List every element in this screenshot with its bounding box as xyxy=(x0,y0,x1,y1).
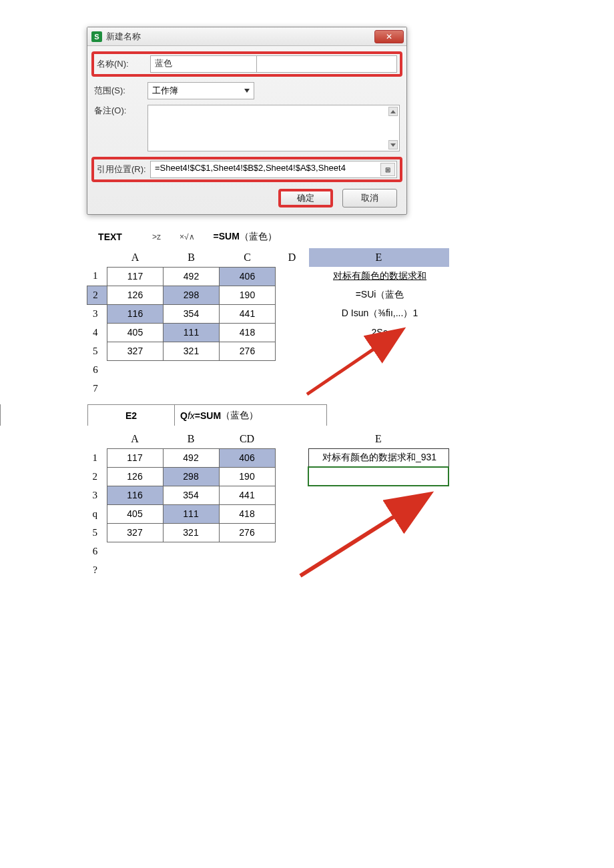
colhead-E[interactable]: E xyxy=(309,248,449,267)
name-input[interactable]: 蓝色 xyxy=(150,55,257,73)
cell2-A4[interactable]: 405 xyxy=(107,504,163,523)
cancel-button[interactable]: 取消 xyxy=(342,189,397,207)
cell2-A2[interactable]: 126 xyxy=(107,467,163,486)
cell2-A1[interactable]: 117 xyxy=(107,448,163,467)
cell2-C1[interactable]: 406 xyxy=(219,448,275,467)
cell-E2[interactable]: =SUi（蓝色 xyxy=(309,286,449,304)
cell-A2[interactable]: 126 xyxy=(107,286,164,304)
name-box[interactable]: TEXT xyxy=(87,232,133,242)
name-row-highlight: 名称(N): 蓝色 xyxy=(91,51,402,77)
row-4[interactable]: 4 xyxy=(87,323,107,342)
colhead2-B[interactable]: B xyxy=(163,430,219,448)
name-input-ext[interactable] xyxy=(256,55,397,73)
colhead2-CD[interactable]: CD xyxy=(219,430,275,448)
cell-B5[interactable]: 321 xyxy=(164,342,220,360)
row2-2[interactable]: 2 xyxy=(87,467,107,486)
chevron-down-icon xyxy=(244,89,250,93)
cell-D4[interactable] xyxy=(276,323,309,342)
cell2-B4[interactable]: 111 xyxy=(163,504,219,523)
cell-C3[interactable]: 441 xyxy=(220,304,276,323)
refersto-input[interactable]: =Sheet4!$C$1,Sheet4!$B$2,Sheet4!$A$3,She… xyxy=(150,161,397,178)
formula-text-2[interactable]: Qfx=SUM（蓝色） xyxy=(175,405,326,426)
row2-7[interactable]: ? xyxy=(87,560,107,579)
scroll-down-button[interactable] xyxy=(388,140,398,149)
fx-ctrl-2[interactable]: ×√∧ xyxy=(180,232,195,242)
ok-button[interactable]: 确定 xyxy=(278,189,333,207)
comment-label: 备注(O): xyxy=(94,105,147,117)
dialog-title: 新建名称 xyxy=(106,31,141,43)
row-7[interactable]: 7 xyxy=(87,379,107,398)
row-3[interactable]: 3 xyxy=(87,304,107,323)
cell2-C4[interactable]: 418 xyxy=(219,504,275,523)
colhead-C[interactable]: C xyxy=(220,248,276,267)
row-5[interactable]: 5 xyxy=(87,342,107,360)
spreadsheet-2: A B CD E 1 117 492 406 对标有颜色的数据求和_931 2 … xyxy=(87,430,614,579)
cell-E3[interactable]: D Isun（⅜fiı,...）1 xyxy=(309,304,449,323)
scroll-up-button[interactable] xyxy=(388,107,398,116)
colhead-B[interactable]: B xyxy=(164,248,220,267)
row-1[interactable]: 1 xyxy=(87,267,107,286)
name-label: 名称(N): xyxy=(97,58,150,70)
cell-A4[interactable]: 405 xyxy=(107,323,164,342)
close-button[interactable]: ✕ xyxy=(374,30,404,43)
cell2-C3[interactable]: 441 xyxy=(219,486,275,504)
row2-3[interactable]: 3 xyxy=(87,486,107,504)
cell-A5[interactable]: 327 xyxy=(107,342,164,360)
app-icon: S xyxy=(91,31,102,42)
range-selector-icon[interactable]: ⊞ xyxy=(380,163,395,176)
comment-textarea[interactable] xyxy=(147,105,400,151)
cell2-B5[interactable]: 321 xyxy=(163,523,219,542)
cell2-C2[interactable]: 190 xyxy=(219,467,275,486)
cell-D3[interactable] xyxy=(276,304,309,323)
cell2-A5[interactable]: 327 xyxy=(107,523,163,542)
cell-B4[interactable]: 111 xyxy=(164,323,220,342)
row2-5[interactable]: 5 xyxy=(87,523,107,542)
scope-label: 范围(S): xyxy=(94,85,147,97)
scope-select[interactable]: 工作簿 xyxy=(147,82,254,99)
cell-B2[interactable]: 298 xyxy=(164,286,220,304)
new-name-dialog: S 新建名称 ✕ 名称(N): 蓝色 范围(S): 工作簿 备注(O): xyxy=(87,27,407,215)
fx-ctrl-1[interactable]: >z xyxy=(152,232,161,242)
cell-B1[interactable]: 492 xyxy=(164,267,220,286)
scope-value: 工作簿 xyxy=(152,85,178,97)
row-6[interactable]: 6 xyxy=(87,360,107,379)
colhead2-E[interactable]: E xyxy=(308,430,448,448)
formula-bar-2: E2 Qfx=SUM（蓝色） xyxy=(87,404,327,426)
cell2-E2-selected[interactable] xyxy=(308,467,448,486)
row-2[interactable]: 2 xyxy=(87,286,107,304)
cell2-B3[interactable]: 354 xyxy=(163,486,219,504)
cell-E4[interactable]: 2Sa xyxy=(309,323,449,342)
colhead2-A[interactable]: A xyxy=(107,430,163,448)
cell-A1[interactable]: 117 xyxy=(107,267,164,286)
cell2-E1[interactable]: 对标有颜色的数据求和_931 xyxy=(308,448,448,467)
colhead-A[interactable]: A xyxy=(107,248,164,267)
cell-C1[interactable]: 406 xyxy=(220,267,276,286)
colhead2-gap[interactable] xyxy=(275,430,308,448)
refersto-value: =Sheet4!$C$1,Sheet4!$B$2,Sheet4!$A$3,She… xyxy=(155,163,346,173)
name-box-2[interactable]: E2 xyxy=(88,405,175,426)
cell2-A3[interactable]: 116 xyxy=(107,486,163,504)
spreadsheet-1: A B C D E 1 117 492 406 对标有颜色的数据求和 2 126… xyxy=(87,248,614,398)
formula-text[interactable]: =SUM（蓝色） xyxy=(214,231,277,243)
row2-4[interactable]: q xyxy=(87,504,107,523)
refersto-label: 引用位置(R): xyxy=(97,163,150,175)
cell-C2[interactable]: 190 xyxy=(220,286,276,304)
cell2-B2[interactable]: 298 xyxy=(163,467,219,486)
cell-D1[interactable] xyxy=(276,267,309,286)
dialog-titlebar: S 新建名称 ✕ xyxy=(87,27,406,46)
cell-C5[interactable]: 276 xyxy=(220,342,276,360)
cell2-B1[interactable]: 492 xyxy=(163,448,219,467)
cell-D2[interactable] xyxy=(276,286,309,304)
row2-1[interactable]: 1 xyxy=(87,448,107,467)
cell2-C5[interactable]: 276 xyxy=(219,523,275,542)
cell-C4[interactable]: 418 xyxy=(220,323,276,342)
formula-bar-1: TEXT >z ×√∧ =SUM（蓝色） xyxy=(87,231,614,243)
refersto-row-highlight: 引用位置(R): =Sheet4!$C$1,Sheet4!$B$2,Sheet4… xyxy=(91,157,402,182)
cell-E1[interactable]: 对标有颜色的数据求和 xyxy=(309,267,449,286)
cell-A3[interactable]: 116 xyxy=(107,304,164,323)
row2-6[interactable]: 6 xyxy=(87,542,107,560)
colhead-D[interactable]: D xyxy=(276,248,309,267)
cell-B3[interactable]: 354 xyxy=(164,304,220,323)
